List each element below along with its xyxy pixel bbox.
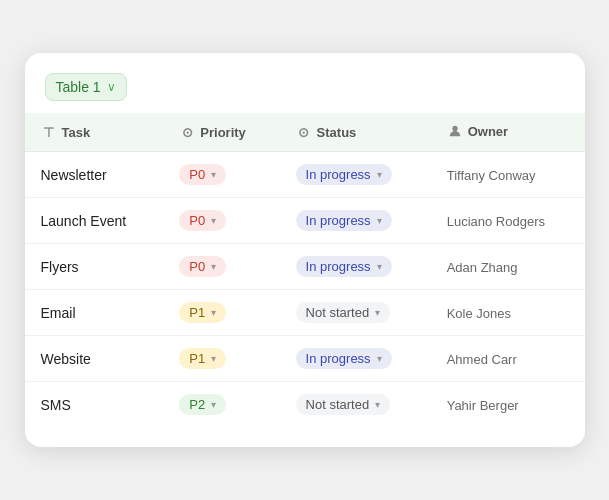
col-priority-label: Priority [200, 125, 246, 140]
owner-cell-5: Yahir Berger [431, 382, 585, 428]
status-cell-0: In progress ▾ [280, 152, 431, 198]
priority-badge-3[interactable]: P1 ▾ [179, 302, 226, 323]
owner-name-2: Adan Zhang [447, 260, 518, 275]
status-dropdown-arrow-4[interactable]: ▾ [377, 353, 382, 364]
table-row: Flyers P0 ▾ In progress ▾ Adan Zhang [25, 244, 585, 290]
status-dropdown-arrow-0[interactable]: ▾ [377, 169, 382, 180]
status-cell-1: In progress ▾ [280, 198, 431, 244]
status-dropdown-arrow-3[interactable]: ▾ [375, 307, 380, 318]
col-status-label: Status [317, 125, 357, 140]
table-row: Newsletter P0 ▾ In progress ▾ Tiffany Co… [25, 152, 585, 198]
status-badge-4[interactable]: In progress ▾ [296, 348, 392, 369]
priority-cell-5: P2 ▾ [163, 382, 279, 428]
table-header-bar: Table 1 ∨ [25, 73, 585, 113]
table-row: Website P1 ▾ In progress ▾ Ahmed Carr [25, 336, 585, 382]
owner-name-4: Ahmed Carr [447, 352, 517, 367]
owner-cell-0: Tiffany Conway [431, 152, 585, 198]
owner-cell-4: Ahmed Carr [431, 336, 585, 382]
table-row: SMS P2 ▾ Not started ▾ Yahir Berger [25, 382, 585, 428]
table-header-row: ⊤ Task ⊙ Priority ⊙ Status [25, 113, 585, 152]
status-icon: ⊙ [296, 124, 312, 140]
table-name-label: Table 1 [56, 79, 101, 95]
status-badge-1[interactable]: In progress ▾ [296, 210, 392, 231]
priority-dropdown-arrow-2[interactable]: ▾ [211, 261, 216, 272]
priority-badge-4[interactable]: P1 ▾ [179, 348, 226, 369]
status-badge-5[interactable]: Not started ▾ [296, 394, 391, 415]
priority-dropdown-arrow-1[interactable]: ▾ [211, 215, 216, 226]
owner-cell-1: Luciano Rodgers [431, 198, 585, 244]
status-cell-5: Not started ▾ [280, 382, 431, 428]
status-cell-3: Not started ▾ [280, 290, 431, 336]
owner-name-0: Tiffany Conway [447, 168, 536, 183]
task-cell-2: Flyers [25, 244, 164, 290]
status-cell-4: In progress ▾ [280, 336, 431, 382]
task-table: ⊤ Task ⊙ Priority ⊙ Status [25, 113, 585, 427]
owner-name-1: Luciano Rodgers [447, 214, 545, 229]
task-name-0: Newsletter [41, 167, 107, 183]
priority-badge-2[interactable]: P0 ▾ [179, 256, 226, 277]
status-badge-3[interactable]: Not started ▾ [296, 302, 391, 323]
status-dropdown-arrow-5[interactable]: ▾ [375, 399, 380, 410]
col-header-status: ⊙ Status [280, 113, 431, 152]
priority-dropdown-arrow-0[interactable]: ▾ [211, 169, 216, 180]
status-badge-0[interactable]: In progress ▾ [296, 164, 392, 185]
svg-point-0 [452, 126, 457, 131]
col-header-task: ⊤ Task [25, 113, 164, 152]
priority-cell-0: P0 ▾ [163, 152, 279, 198]
task-cell-4: Website [25, 336, 164, 382]
col-task-label: Task [62, 125, 91, 140]
owner-name-3: Kole Jones [447, 306, 511, 321]
owner-cell-2: Adan Zhang [431, 244, 585, 290]
col-owner-label: Owner [468, 124, 508, 139]
table-name-pill[interactable]: Table 1 ∨ [45, 73, 127, 101]
task-name-5: SMS [41, 397, 71, 413]
task-name-1: Launch Event [41, 213, 127, 229]
owner-icon [447, 123, 463, 139]
priority-dropdown-arrow-5[interactable]: ▾ [211, 399, 216, 410]
priority-badge-5[interactable]: P2 ▾ [179, 394, 226, 415]
owner-cell-3: Kole Jones [431, 290, 585, 336]
task-name-3: Email [41, 305, 76, 321]
status-badge-2[interactable]: In progress ▾ [296, 256, 392, 277]
task-name-4: Website [41, 351, 91, 367]
table-row: Launch Event P0 ▾ In progress ▾ Luciano … [25, 198, 585, 244]
status-dropdown-arrow-2[interactable]: ▾ [377, 261, 382, 272]
priority-badge-0[interactable]: P0 ▾ [179, 164, 226, 185]
main-card: Table 1 ∨ ⊤ Task ⊙ Priority [25, 53, 585, 447]
priority-cell-3: P1 ▾ [163, 290, 279, 336]
owner-name-5: Yahir Berger [447, 398, 519, 413]
priority-cell-4: P1 ▾ [163, 336, 279, 382]
task-name-2: Flyers [41, 259, 79, 275]
chevron-down-icon: ∨ [107, 80, 116, 94]
task-cell-0: Newsletter [25, 152, 164, 198]
table-row: Email P1 ▾ Not started ▾ Kole Jones [25, 290, 585, 336]
status-dropdown-arrow-1[interactable]: ▾ [377, 215, 382, 226]
task-cell-1: Launch Event [25, 198, 164, 244]
task-cell-5: SMS [25, 382, 164, 428]
priority-cell-1: P0 ▾ [163, 198, 279, 244]
priority-icon: ⊙ [179, 124, 195, 140]
col-header-owner: Owner [431, 113, 585, 152]
col-header-priority: ⊙ Priority [163, 113, 279, 152]
task-icon: ⊤ [41, 124, 57, 140]
priority-cell-2: P0 ▾ [163, 244, 279, 290]
priority-badge-1[interactable]: P0 ▾ [179, 210, 226, 231]
priority-dropdown-arrow-3[interactable]: ▾ [211, 307, 216, 318]
priority-dropdown-arrow-4[interactable]: ▾ [211, 353, 216, 364]
status-cell-2: In progress ▾ [280, 244, 431, 290]
task-cell-3: Email [25, 290, 164, 336]
